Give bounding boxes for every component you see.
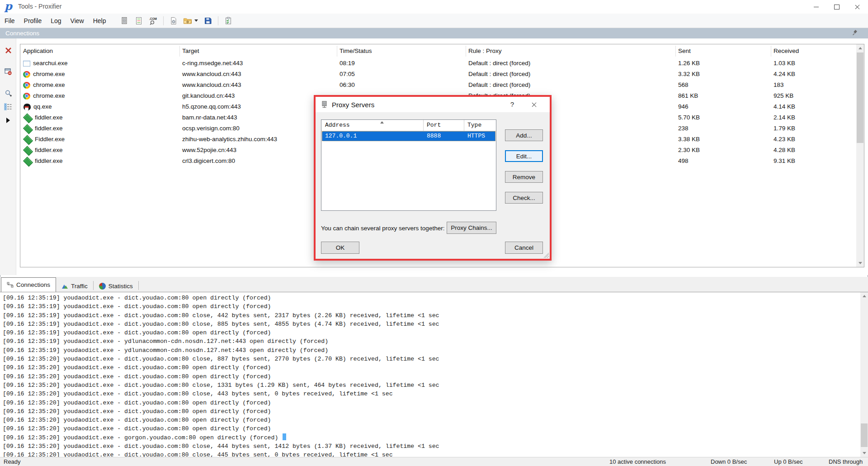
column-header-application[interactable]: Application — [23, 44, 53, 58]
column-separator — [464, 120, 464, 131]
proxy-chains-button[interactable]: Proxy Chains... — [447, 222, 496, 234]
connection-row[interactable]: searchui.exe c-ring.msedge.net:443 08:19… — [20, 58, 856, 69]
scroll-up-icon[interactable] — [856, 44, 864, 52]
dialog-close-button[interactable] — [524, 97, 544, 112]
column-separator[interactable] — [466, 46, 466, 57]
name-resolution-button[interactable]: .COM — [147, 15, 159, 27]
column-header-received[interactable]: Received — [774, 44, 799, 58]
resize-grip[interactable] — [543, 252, 549, 258]
open-profile-button[interactable] — [182, 15, 199, 27]
sent-cell: 861 KB — [678, 90, 766, 101]
scrollbar-thumb[interactable] — [861, 423, 868, 447]
proxification-rules-button[interactable] — [133, 15, 145, 27]
log-line: [09.16 12:35:20] youdaodict.exe - dict.y… — [3, 363, 859, 372]
chain-hint-label: You can chain several proxy servers toge… — [321, 225, 444, 232]
target-cell: git.kancloud.cn:443 — [182, 90, 331, 101]
search-connections-button[interactable] — [2, 87, 14, 99]
side-toolbar — [0, 38, 16, 275]
column-header-target[interactable]: Target — [182, 44, 199, 58]
chrome-app-icon — [23, 82, 30, 89]
tab-label: Connections — [16, 281, 50, 288]
tab-connections[interactable]: Connections — [1, 277, 56, 292]
column-separator[interactable] — [771, 46, 771, 57]
log-text: [09.16 12:35:20] youdaodict.exe - dict.y… — [3, 373, 271, 380]
received-cell: 2.14 KB — [774, 112, 856, 123]
ok-button[interactable]: OK — [321, 242, 359, 254]
check-button[interactable]: Check... — [505, 192, 543, 204]
minimize-button[interactable] — [806, 0, 826, 14]
column-header-sent[interactable]: Sent — [678, 44, 691, 58]
connection-row[interactable]: chrome.exe www.kancloud.cn:443 06:30 Def… — [20, 80, 856, 90]
abort-connection-button[interactable] — [2, 66, 14, 77]
magnifier-plus-icon — [5, 90, 12, 97]
column-separator[interactable] — [675, 46, 676, 57]
menu-help[interactable]: Help — [89, 14, 111, 28]
close-button[interactable] — [847, 0, 868, 14]
save-profile-button[interactable] — [202, 15, 214, 27]
proxy-row-selected[interactable]: 127.0.0.1 8888 HTTPS — [322, 131, 495, 141]
tab-statistics[interactable]: Statistics — [94, 280, 138, 292]
menu-view[interactable]: View — [66, 14, 89, 28]
column-separator[interactable] — [337, 46, 337, 57]
menu-file[interactable]: File — [0, 14, 19, 28]
received-cell: 4.28 KB — [774, 145, 856, 156]
sent-cell: 568 — [678, 80, 766, 90]
log-scrollbar[interactable] — [860, 292, 868, 457]
proxy-column-port[interactable]: Port — [427, 120, 441, 131]
log-text: [09.16 12:35:19] youdaodict.exe - dict.y… — [3, 303, 271, 310]
edit-button[interactable]: Edit... — [505, 150, 543, 162]
open-folder-icon — [183, 17, 193, 25]
target-cell: zhihu-web-analytics.zhihu.com:443 — [182, 134, 331, 145]
scroll-down-icon[interactable] — [860, 449, 868, 457]
proxy-column-address[interactable]: Address — [325, 120, 350, 131]
sent-cell: 946 — [678, 101, 766, 112]
cancel-button[interactable]: Cancel — [505, 242, 543, 254]
scroll-up-icon[interactable] — [860, 292, 868, 300]
details-view-button[interactable] — [2, 101, 14, 113]
menu-profile[interactable]: Profile — [19, 14, 47, 28]
log-line: [09.16 12:35:19] youdaodict.exe - dict.y… — [3, 320, 859, 328]
log-lines: [09.16 12:35:19] youdaodict.exe - dict.y… — [3, 294, 859, 457]
profile-options-button[interactable] — [168, 15, 179, 27]
column-header-time-status[interactable]: Time/Status — [340, 44, 372, 58]
log-text: [09.16 12:35:20] youdaodict.exe - dict.y… — [3, 364, 271, 371]
rules-list-icon — [135, 17, 143, 25]
received-cell: 4.14 KB — [774, 101, 856, 112]
log-line: [09.16 12:35:19] youdaodict.exe - dict.y… — [3, 311, 859, 320]
menu-log[interactable]: Log — [46, 14, 66, 28]
rule-proxy-cell: Default : direct (forced) — [468, 80, 667, 90]
received-cell: 925 KB — [774, 90, 856, 101]
dialog-help-button[interactable]: ? — [505, 97, 520, 112]
column-separator[interactable] — [179, 46, 180, 57]
log-text: [09.16 12:35:19] youdaodict.exe - dict.y… — [3, 329, 271, 336]
pin-icon[interactable] — [852, 30, 858, 38]
log-panel[interactable]: [09.16 12:35:19] youdaodict.exe - dict.y… — [0, 292, 868, 457]
application-name: fiddler.exe — [35, 123, 63, 134]
column-header-rule-proxy[interactable]: Rule : Proxy — [468, 44, 502, 58]
add-button[interactable]: Add... — [505, 129, 543, 141]
remove-button[interactable]: Remove — [505, 171, 543, 183]
log-line: [09.16 12:35:20] youdaodict.exe - dict.y… — [3, 381, 859, 390]
system-settings-button[interactable] — [222, 15, 234, 27]
time-status-cell: 08:19 — [340, 58, 462, 69]
status-download-rate: Down 0 B/sec — [711, 457, 747, 466]
proxy-list[interactable]: Address Port Type 127.0.0.1 8888 HTTPS — [321, 119, 496, 211]
close-connection-button[interactable] — [2, 44, 14, 56]
application-cell: fiddler.exe — [23, 123, 177, 134]
tab-traffic[interactable]: Traffic — [56, 280, 93, 292]
fiddler-app-icon — [23, 124, 33, 134]
application-name: chrome.exe — [33, 90, 65, 101]
open-profile-dropdown-icon[interactable] — [194, 19, 198, 22]
target-cell: crl3.digicert.com:80 — [182, 156, 331, 166]
scrollbar-thumb[interactable] — [857, 52, 863, 143]
connection-row[interactable]: chrome.exe www.kancloud.cn:443 07:05 Def… — [20, 69, 856, 80]
maximize-button[interactable] — [826, 0, 847, 14]
expand-panel-button[interactable] — [2, 114, 14, 126]
received-cell: 1.79 KB — [774, 123, 856, 134]
scroll-down-icon[interactable] — [856, 259, 864, 267]
target-cell: ocsp.verisign.com:80 — [182, 123, 331, 134]
proxy-column-type[interactable]: Type — [467, 120, 481, 131]
proxy-servers-button[interactable] — [118, 15, 130, 27]
connections-table-header: Application Target Time/Status Rule : Pr… — [20, 44, 864, 58]
connections-scrollbar[interactable] — [856, 44, 864, 267]
